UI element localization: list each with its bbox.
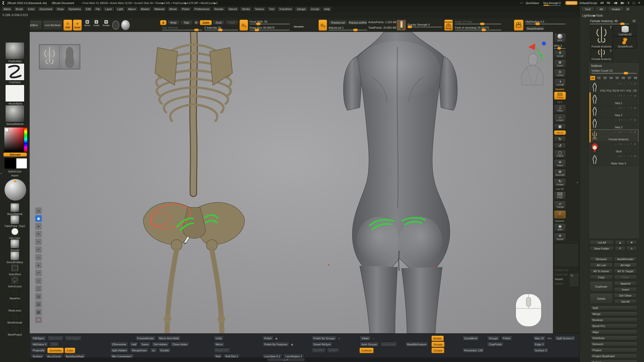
duplicate-button[interactable]: Duplicate [590,281,613,292]
dock-autoreorder-button[interactable]: AutoReorder [614,257,637,261]
menu-transform[interactable]: Transform [277,7,294,12]
delete-button[interactable]: Delete [590,293,613,304]
hue-bar[interactable] [24,127,27,152]
gxyz-button[interactable]: ꞠXYZ [554,130,566,135]
zoom3d-button[interactable]: ⊕Zoom3D [554,169,566,177]
bottom-same[interactable]: Same [139,342,151,347]
bottom-claypolish[interactable]: ClayPolish [487,342,504,347]
bottom-sdiv[interactable]: SDiv [49,342,59,347]
bottom-unify[interactable]: Unify [214,336,224,341]
tool-r-button[interactable]: R [631,19,637,23]
append-button[interactable]: Append [614,281,637,286]
paint-slash-icon[interactable]: ✎ [35,231,42,237]
insert-button[interactable]: Insert [614,287,637,292]
bottom-groups[interactable]: Groups [431,342,445,347]
dock-r-button[interactable]: R [625,7,631,12]
bottom-colorize[interactable]: Colorize [359,348,374,353]
material-7[interactable]: MaskPen [0,288,30,300]
subtool-row-icons[interactable]: ⌄ ●● ◐ ◑ ✎ ◉ [615,118,637,121]
bottom-groups[interactable]: Groups [487,336,500,341]
pen-icon[interactable]: ✐ [35,246,42,253]
dock-distribute-button[interactable]: Distribute [590,336,637,340]
switch-color-button[interactable]: SwitchColor [0,170,30,173]
trash-icon[interactable]: ▯ [35,278,42,284]
subtool-item-4[interactable]: ⌄ ●● ◐ ◑ ✎ ◉Female Anatomy [590,130,638,142]
mrgb-button[interactable]: Mrgb [167,20,180,25]
sculpt-canvas[interactable]: ◎◉➤✎✏✐▭●↶▯▢▤▥▦■ [30,32,553,333]
tool-thumb-cylinder3d[interactable]: Cylinder3D [613,25,637,36]
bottom-mirror-and-weld[interactable]: Mirror And Weld [157,336,181,341]
bottom-del-higher[interactable]: Del Higher [65,336,82,341]
material-5[interactable]: SelectRect [0,263,30,276]
dock-all-to-target-button[interactable]: All To Target [614,269,637,274]
pencil-icon[interactable]: ✏ [35,239,42,245]
texture-texture-on[interactable]: Texture On [555,268,579,272]
alternate-button[interactable]: Alternate [3,153,27,157]
menu-dynamics[interactable]: Dynamics [67,7,83,12]
material-9[interactable]: MeshExtrude [0,312,30,324]
bpr-button[interactable]: BPR [554,33,566,43]
close-button[interactable]: ✕ [638,1,640,5]
menu-color[interactable]: Color [26,7,36,12]
brush-size-icon[interactable]: ◎S [239,20,248,31]
dock-right-icon[interactable]: ▣▸ [620,1,624,5]
dock-split-button[interactable]: Split [590,305,637,310]
bottom-max-25[interactable]: Max 25 [533,336,546,341]
material-10[interactable]: MeshProject [0,324,30,336]
minimize-button[interactable]: ⊻ [627,1,629,5]
persp-toggle-button[interactable]: Dynamic Persp [444,20,453,31]
bottom-freezeborder[interactable]: FreezeBorder [135,336,156,341]
menu-marker[interactable]: Marker [139,7,151,12]
replay-last-rel-button[interactable]: ReplayLastRel [348,20,367,25]
rgb-intensity-slider[interactable]: Rgb Intensity [162,26,202,30]
menu-light[interactable]: Light [115,7,125,12]
subtool-title[interactable]: Subtool [591,64,639,68]
bottom-morph-uv[interactable]: Morph UV [214,348,230,353]
rotate-button[interactable]: ↻Rotate [554,178,566,187]
bottom-auto-groups[interactable]: Auto Groups [359,342,379,347]
subtool-row-icons[interactable]: ⌄ ●● ◐ ◑ ✎ ◉ [615,143,637,145]
menu-stencil[interactable]: Stencil [227,7,239,12]
draw-button[interactable]: ✛Draw [73,20,82,31]
pink-swatch[interactable]: ■ [35,316,42,323]
dock-all-high-button[interactable]: All High [614,263,637,267]
dock-bevel-pro-button[interactable]: Bevel Pro [590,324,637,328]
bottom-split-screen-0[interactable]: Split Screen 0 [554,336,576,341]
menu-help[interactable]: Help [322,7,332,12]
menu-brush[interactable]: Brush [14,7,25,12]
subtool-item-2[interactable]: ⌄ ●● ◐ ◑ ✎ ◉Step 2 [590,106,638,118]
default-zscript-button[interactable]: DefaultZScript [580,2,597,5]
persp-button[interactable]: Persp [554,92,566,100]
brush-1[interactable]: FreeHand [0,63,30,84]
tray-collapse-left-icon[interactable]: ◂‖‖ [600,1,604,5]
scroll-button[interactable]: ✛Scroll [554,50,566,58]
clipboard-icon[interactable]: ▤ [35,293,42,300]
menu-stroke[interactable]: Stroke [240,7,252,12]
obj-shadow-slider[interactable]: ObjShadow 0.3 [525,20,566,24]
folder-redo-button[interactable]: ↱ [615,246,625,251]
bottom-color[interactable]: Color [65,348,75,353]
angle-of-view-slider[interactable]: Angle Of View [455,20,501,24]
bottom-inflate[interactable]: Inflate [359,336,371,341]
subtool-tab-v8[interactable]: V8 [633,76,638,80]
dock-all-button[interactable]: All [596,7,607,12]
bottom-maskbyfeature[interactable]: MaskByFeature [405,342,428,347]
actual-button[interactable]: ⊙Actual [554,69,566,77]
tool-thumb-simplebrush[interactable]: SimpleBrush [613,36,637,49]
move-down-button[interactable]: ▼ [626,240,637,245]
zoom-button[interactable]: ⊕Zoom [554,59,566,68]
folder-insert-button[interactable]: ↳ [626,246,637,251]
subtool-tab-v4[interactable]: V4 [608,76,614,80]
material-3[interactable]: Smooth [0,239,30,252]
eraser-icon[interactable]: ▭ [35,254,42,261]
undo-icon[interactable]: ↶ [35,270,42,276]
bottom-delmt[interactable]: DelMT [327,348,339,353]
dock-boolean-button[interactable]: Boolean [590,318,637,322]
dock-all-to-home-button[interactable]: All To Home [590,269,613,274]
picker-icon[interactable]: ◎ [35,207,42,214]
move-up-button[interactable]: ▲ [615,240,625,245]
replay-last-button[interactable]: ReplayLast [329,20,347,25]
material-0[interactable]: BasicMaterial [0,203,30,215]
subtool-item-3[interactable]: ⌄ ●● ◐ ◑ ✎ ◉Step 3 [590,118,638,130]
dock-rename-button[interactable]: Rename [590,257,613,261]
